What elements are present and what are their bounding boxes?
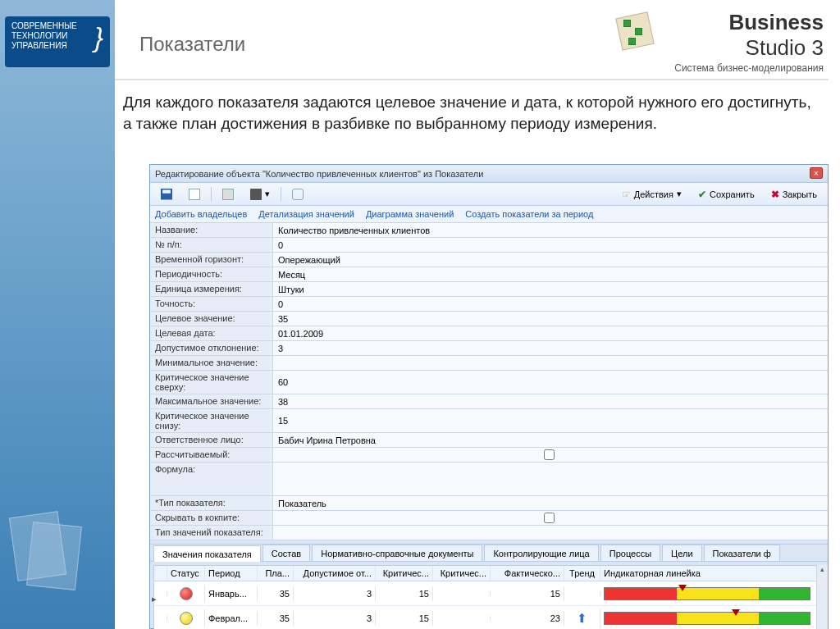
- status-light-yellow-icon: [180, 612, 193, 625]
- link-icon-button[interactable]: [286, 186, 309, 203]
- hdr-crit[interactable]: Критичес...: [376, 566, 433, 581]
- cell-fact: 15: [491, 586, 564, 601]
- lbl-critup: Критическое значение сверху:: [150, 371, 273, 394]
- lbl-name: Название:: [150, 223, 273, 237]
- doc-icon-button[interactable]: [183, 186, 206, 203]
- print-icon-button[interactable]: ▾: [244, 186, 276, 203]
- brand-line2: Studio 3: [746, 35, 824, 60]
- side-logo-l1: СОВРЕМЕННЫЕ: [11, 21, 103, 31]
- field-dev[interactable]: [278, 344, 823, 353]
- field-horizon[interactable]: [278, 255, 823, 265]
- cell-period: Январь...: [205, 586, 258, 601]
- field-formula[interactable]: [278, 474, 823, 484]
- field-name[interactable]: [278, 226, 823, 235]
- tab-docs[interactable]: Нормативно-справочные документы: [312, 545, 482, 561]
- lbl-unit: Единица измерения:: [150, 282, 273, 296]
- divider: [115, 79, 829, 80]
- hdr-dev[interactable]: Допустимое от...: [294, 566, 376, 581]
- field-target[interactable]: [278, 314, 823, 324]
- intro-text: Для каждого показателя задаются целевое …: [123, 92, 820, 134]
- table-row[interactable]: ▸Январь...3531515: [154, 581, 824, 606]
- field-critup[interactable]: [278, 377, 823, 387]
- actions-button[interactable]: ☞Действия ▾: [616, 186, 687, 203]
- tab-processes[interactable]: Процессы: [600, 545, 660, 561]
- save-icon-button[interactable]: [155, 186, 178, 203]
- property-grid: Название: № п/п: Временной горизонт: Пер…: [150, 223, 828, 540]
- lbl-npp: № п/п:: [150, 238, 273, 252]
- lbl-calc: Рассчитываемый:: [150, 448, 273, 462]
- table-row[interactable]: Феврал...3531523⬆: [154, 606, 824, 629]
- lbl-precision: Точность:: [150, 297, 273, 311]
- field-critdown[interactable]: [278, 416, 823, 426]
- indicator-bar: [604, 612, 810, 625]
- link-add-owners[interactable]: Добавить владельцев: [155, 209, 247, 219]
- brand-line1: Business: [728, 10, 824, 34]
- status-light-red-icon: [180, 587, 193, 600]
- cell-fact: 23: [491, 611, 564, 626]
- cell-dev: 3: [294, 586, 376, 601]
- side-stripe: } СОВРЕМЕННЫЕ ТЕХНОЛОГИИ УПРАВЛЕНИЯ: [0, 0, 115, 629]
- titlebar: Редактирование объекта "Количество привл…: [150, 165, 828, 183]
- brand-sub: Система бизнес-моделирования: [674, 62, 824, 74]
- cell-crit: 15: [376, 586, 433, 601]
- field-min[interactable]: [278, 358, 823, 368]
- cell-crit2: [433, 591, 491, 596]
- cell-dev: 3: [294, 611, 376, 626]
- field-tdate[interactable]: [278, 329, 823, 339]
- close-button[interactable]: ✖Закрыть: [765, 187, 823, 202]
- field-npp[interactable]: [278, 240, 823, 250]
- field-valtype[interactable]: [278, 528, 823, 538]
- lbl-horizon: Временной горизонт:: [150, 253, 273, 267]
- save-button[interactable]: ✔Сохранить: [692, 187, 760, 202]
- hdr-crit2[interactable]: Критичес...: [433, 566, 491, 581]
- window-title: Редактирование объекта "Количество привл…: [155, 165, 483, 182]
- brand-icon: [614, 13, 660, 52]
- hdr-trend[interactable]: Тренд: [564, 566, 600, 581]
- cell-plan: 35: [258, 586, 294, 601]
- tab-controllers[interactable]: Контролирующие лица: [484, 545, 598, 561]
- link-chart[interactable]: Диаграмма значений: [366, 209, 454, 219]
- field-resp[interactable]: [278, 435, 823, 445]
- cell-indicator: [600, 609, 824, 627]
- hdr-plan[interactable]: Пла...: [258, 566, 294, 581]
- tab-composition[interactable]: Состав: [262, 545, 310, 561]
- lbl-formula: Формула:: [150, 463, 273, 495]
- side-logo-l2: ТЕХНОЛОГИИ: [11, 31, 103, 41]
- cell-crit: 15: [376, 611, 433, 626]
- cell-period: Феврал...: [205, 611, 258, 626]
- field-unit[interactable]: [278, 285, 823, 294]
- page-title: Показатели: [139, 33, 245, 56]
- app-window: Редактирование объекта "Количество привл…: [149, 164, 829, 629]
- side-decor: [8, 506, 98, 604]
- link-detail[interactable]: Детализация значений: [258, 209, 354, 219]
- lbl-type: *Тип показателя:: [150, 496, 273, 510]
- indicator-bar: [604, 587, 810, 600]
- field-type[interactable]: [278, 499, 823, 508]
- field-period[interactable]: [278, 270, 823, 280]
- cell-plan: 35: [258, 611, 294, 626]
- hdr-status[interactable]: Статус: [167, 566, 205, 581]
- arrow-up-icon: ⬆: [577, 611, 587, 625]
- hdr-fact[interactable]: Фактическо...: [491, 566, 564, 581]
- tabs: Значения показателя Состав Нормативно-сп…: [150, 544, 828, 562]
- side-logo-l3: УПРАВЛЕНИЯ: [11, 41, 103, 51]
- grid-header: Статус Период Пла... Допустимое от... Кр…: [154, 566, 824, 581]
- tab-goals[interactable]: Цели: [662, 545, 701, 561]
- check-calc[interactable]: [544, 449, 555, 460]
- field-precision[interactable]: [278, 299, 823, 309]
- link-create-period[interactable]: Создать показатели за период: [465, 209, 593, 219]
- hdr-indicator[interactable]: Индикаторная линейка: [600, 566, 824, 581]
- hdr-period[interactable]: Период: [205, 566, 258, 581]
- grid-icon-button[interactable]: [217, 186, 240, 203]
- check-hide[interactable]: [544, 513, 555, 523]
- tab-values[interactable]: Значения показателя: [153, 545, 261, 562]
- field-max[interactable]: [278, 397, 823, 407]
- lbl-max: Максимальное значение:: [150, 394, 273, 408]
- side-logo: } СОВРЕМЕННЫЕ ТЕХНОЛОГИИ УПРАВЛЕНИЯ: [5, 16, 110, 67]
- toolbar: ▾ ☞Действия ▾ ✔Сохранить ✖Закрыть: [150, 183, 828, 206]
- tab-more[interactable]: Показатели ф: [704, 545, 780, 561]
- grid-scrollbar[interactable]: ▴: [816, 565, 828, 629]
- brand-logo: Business Studio 3 Система бизнес-моделир…: [674, 10, 824, 74]
- close-icon[interactable]: ×: [810, 167, 823, 179]
- lbl-valtype: Тип значений показателя:: [150, 526, 273, 540]
